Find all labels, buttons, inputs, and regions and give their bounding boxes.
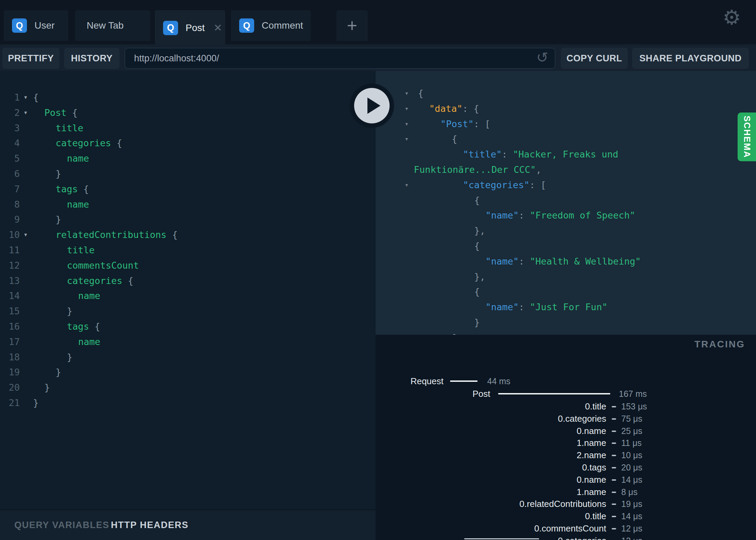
token-f: categories [67, 275, 128, 286]
tracing-panel: TRACING Request44 msPost167 ms0.title153… [376, 335, 756, 540]
response-line: ▾{ [376, 86, 756, 101]
token-f: name [78, 290, 100, 301]
token-p: } [56, 214, 61, 225]
editor-code: name [67, 151, 89, 166]
editor-line: 7tags { [0, 181, 376, 197]
editor-line: 10▾relatedContributions { [0, 227, 376, 242]
collapse-chevron-down-icon[interactable]: ▾ [402, 131, 411, 147]
tab-new-tab[interactable]: New Tab [75, 10, 150, 41]
tab-http-headers[interactable]: HTTP HEADERS [111, 510, 189, 540]
history-button[interactable]: HISTORY [64, 48, 119, 69]
fold-chevron-down-icon[interactable]: ▾ [20, 105, 31, 120]
token-p: } [474, 317, 480, 328]
query-badge-icon: Q [163, 21, 178, 35]
tab-post[interactable]: QPost✕ [155, 10, 225, 45]
tracing-duration-value: 44 ms [487, 375, 510, 387]
editor-line: 1▾{ [0, 90, 376, 105]
tracing-field-value: 11 μs [621, 437, 642, 449]
editor-line: 5name [0, 151, 376, 166]
tracing-field-row: 0.name14 μs [376, 474, 756, 486]
tracing-dash [612, 492, 616, 493]
tab-user[interactable]: QUser [4, 10, 68, 41]
tracing-field-value: 19 μs [621, 498, 642, 510]
token-p: : { [463, 103, 479, 114]
tracing-field-row: 2.name10 μs [376, 449, 756, 461]
collapse-chevron-down-icon[interactable]: ▾ [402, 177, 411, 193]
editor-line: 15} [0, 303, 376, 319]
copy-curl-button[interactable]: COPY CURL [561, 48, 628, 69]
response-line: ] [376, 330, 756, 335]
execute-query-button[interactable] [350, 84, 394, 128]
fold-chevron-down-icon[interactable]: ▾ [20, 227, 31, 242]
tracing-dash [612, 418, 616, 420]
reload-icon[interactable]: ↺ [536, 48, 548, 69]
editor-line: 16tags { [0, 319, 376, 334]
tracing-field-value: 14 μs [621, 510, 642, 522]
line-number: 11 [0, 242, 20, 258]
token-k: "name" [485, 302, 519, 312]
tracing-field-row: 0.categories13 μs [376, 535, 756, 540]
token-p: : [519, 302, 530, 312]
token-p: , [536, 164, 541, 175]
editor-line: 11title [0, 242, 376, 258]
close-icon[interactable]: ✕ [214, 23, 222, 33]
tracing-field-row: 0.name25 μs [376, 425, 756, 437]
response-line: { [376, 238, 756, 254]
token-f: tags [67, 321, 94, 332]
collapse-chevron-down-icon[interactable]: ▾ [402, 86, 411, 101]
editor-code: name [78, 334, 100, 349]
tracing-field-label: 2.name [577, 449, 606, 461]
response-code: Funktionäre...Der CCC", [414, 162, 541, 177]
editor-code: Post { [44, 105, 78, 120]
line-number: 8 [0, 197, 20, 212]
token-p: { [474, 286, 480, 297]
line-number: 18 [0, 349, 20, 365]
editor-line: 18} [0, 349, 376, 365]
token-s: "Health & Wellbeing" [530, 256, 641, 267]
tracing-field-value: 153 μs [621, 400, 647, 412]
response-line: ▾"Post": [ [376, 116, 756, 132]
new-tab-button[interactable]: + [336, 10, 368, 41]
editor-line: 21} [0, 395, 376, 410]
editor-line: 19} [0, 364, 376, 380]
token-p: } [67, 352, 72, 362]
token-s: "Just For Fun" [530, 302, 608, 312]
settings-gear-icon[interactable]: ⚙ [723, 7, 741, 28]
token-p: : [519, 256, 530, 267]
token-p: { [452, 134, 457, 144]
editor-line: 17name [0, 334, 376, 349]
tracing-field-label: 0.relatedContributions [520, 498, 606, 510]
line-number: 19 [0, 364, 20, 380]
line-number: 5 [0, 151, 20, 166]
collapse-chevron-down-icon[interactable]: ▾ [402, 116, 411, 132]
query-badge-icon: Q [12, 18, 27, 33]
tracing-field-value: 13 μs [621, 535, 642, 540]
token-p: { [172, 229, 177, 240]
tab-label: Post [186, 22, 205, 33]
query-editor[interactable]: 1▾{2▾Post {3title4categories {5name6}7ta… [0, 71, 376, 509]
share-playground-button[interactable]: SHARE PLAYGROUND [632, 48, 749, 69]
tracing-field-value: 20 μs [621, 461, 642, 474]
token-p: : [502, 149, 513, 160]
editor-code: } [67, 349, 72, 365]
editor-line: 3title [0, 120, 376, 136]
tracing-field-label: 0.commentsCount [534, 522, 606, 535]
fold-chevron-down-icon[interactable]: ▾ [20, 90, 31, 105]
clipped-row-artifact [464, 538, 539, 539]
prettify-button[interactable]: PRETTIFY [2, 48, 59, 69]
response-code: }, [474, 269, 485, 284]
token-s: Funktionäre...Der CCC" [414, 164, 536, 175]
endpoint-url-input[interactable] [125, 48, 555, 69]
response-code: { [474, 193, 480, 208]
tab-comment[interactable]: QComment [231, 10, 311, 41]
tracing-panel-toggle[interactable]: TRACING [694, 339, 745, 350]
tracing-field-row: 0.title14 μs [376, 510, 756, 522]
toolbar: PRETTIFY HISTORY ↺ COPY CURL SHARE PLAYG… [0, 44, 756, 71]
response-line: { [376, 193, 756, 208]
tracing-dash [612, 431, 616, 432]
tab-query-variables[interactable]: QUERY VARIABLES [14, 510, 110, 540]
schema-side-tab[interactable]: SCHEMA [738, 112, 756, 161]
collapse-chevron-down-icon[interactable]: ▾ [402, 101, 411, 116]
response-code: "name": "Health & Wellbeing" [485, 254, 641, 269]
token-p: : [519, 210, 530, 221]
